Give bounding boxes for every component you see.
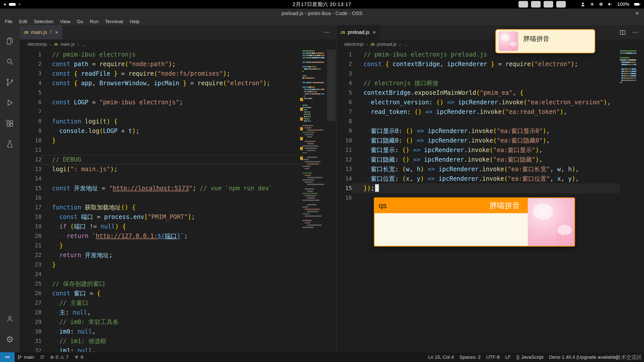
problems-item[interactable]: ⊘ 0 ⚠ 7 — [47, 352, 71, 362]
code-line[interactable]: 8 — [336, 117, 620, 126]
code-line[interactable]: 7··read_token: () => ipcRenderer.invoke(… — [336, 107, 620, 117]
tray-window-button[interactable] — [544, 1, 553, 8]
menu-run[interactable]: Run — [87, 19, 102, 24]
code-line[interactable]: 6··electron_version: () => ipcRenderer.i… — [336, 98, 620, 107]
menu-selection[interactable]: Selection — [30, 19, 57, 24]
code-line[interactable]: 2const { contextBridge, ipcRenderer } = … — [336, 59, 620, 69]
menu-go[interactable]: Go — [73, 19, 86, 24]
sync-changes-item[interactable] — [37, 352, 47, 362]
code-line[interactable]: 30··im0: null, — [20, 327, 302, 336]
code-line[interactable]: 5contextBridge.exposeInMainWorld("pmim_e… — [336, 88, 620, 98]
code-line[interactable]: 14··窗口位置: (x, y) => ipcRenderer.invoke("… — [336, 174, 620, 184]
minimap[interactable] — [620, 50, 636, 86]
code-line[interactable]: 22··return 开发地址; — [20, 250, 302, 260]
split-editor-icon[interactable] — [619, 29, 626, 36]
code-lines[interactable]: 1// pmim-ibus electronjs2const path = re… — [20, 50, 302, 352]
code-line[interactable]: 28··主: null, — [20, 308, 302, 317]
breadcrumb-folder[interactable]: electronjs — [28, 42, 47, 47]
code-line[interactable]: 31··// im1: 候选框 — [20, 336, 302, 346]
tray-window-button[interactable] — [518, 1, 528, 8]
code-line[interactable]: 9··console.log(LOGP + t); — [20, 126, 302, 136]
volume-icon[interactable] — [608, 2, 613, 7]
code-line[interactable]: 3 — [336, 69, 620, 78]
code-line[interactable]: 17function 获取加载地址() { — [20, 203, 302, 212]
eol-item[interactable]: LF — [502, 354, 513, 360]
code-line[interactable]: 11 — [20, 145, 302, 155]
window-close-button[interactable]: × — [635, 9, 639, 18]
clock[interactable]: 2月17日星期六 20:13:17 — [293, 1, 351, 8]
tab-close-icon[interactable]: × — [55, 29, 58, 36]
editor-group-preload-js[interactable]: JS preload.js × ⋯ electronjs › JS — [336, 25, 644, 352]
code-line[interactable]: 10··窗口隐藏0: () => ipcRenderer.invoke("ea:… — [336, 136, 620, 145]
git-branch-item[interactable]: main — [15, 352, 37, 362]
ports-item[interactable]: 0 — [71, 352, 86, 362]
settings-gear-icon[interactable]: ⚙ — [0, 329, 20, 350]
breadcrumb-folder[interactable]: electronjs — [344, 42, 364, 47]
user-icon[interactable] — [580, 2, 585, 7]
tray-windows[interactable] — [518, 1, 566, 8]
tab-close-icon[interactable]: × — [373, 29, 376, 36]
menu-help[interactable]: Help — [126, 19, 143, 24]
scrollbar-slider[interactable] — [327, 50, 336, 121]
system-tray[interactable]: ☀ ❄ 100% — [518, 1, 640, 8]
cursor-position-item[interactable]: Ln 15, Col 4 — [425, 354, 457, 360]
accounts-icon[interactable] — [0, 308, 20, 329]
code-line[interactable]: 27··// 主窗口 — [20, 298, 302, 308]
deno-version-item[interactable]: Deno 1.40.4 (Upgrade available) — [546, 354, 621, 360]
code-line[interactable]: 23} — [20, 260, 302, 269]
code-line[interactable]: 5 — [20, 88, 302, 98]
source-control-icon[interactable] — [0, 72, 20, 93]
code-line[interactable]: 18··const 端口 = process.env["PMIM_PORT"]; — [20, 212, 302, 222]
code-line[interactable]: 10} — [20, 136, 302, 145]
menu-file[interactable]: File — [2, 19, 16, 24]
code-line[interactable]: 4const { app, BrowserWindow, ipcMain } =… — [20, 78, 302, 88]
tray-window-button[interactable] — [531, 1, 541, 8]
code-line[interactable]: 14 — [20, 174, 302, 184]
tab-preload-js[interactable]: JS preload.js × — [336, 25, 380, 39]
code-line[interactable]: 19··if (端口 != null) { — [20, 222, 302, 231]
code-line[interactable]: 13logi(": main.js"); — [20, 164, 302, 174]
explorer-icon[interactable] — [0, 31, 20, 51]
code-line[interactable]: 21··} — [20, 241, 302, 250]
language-mode-item[interactable]: {} JavaScript — [514, 354, 546, 360]
run-debug-icon[interactable] — [0, 93, 20, 113]
menu-edit[interactable]: Edit — [16, 19, 31, 24]
breadcrumb-symbol[interactable]: … — [403, 42, 408, 47]
code-line[interactable]: 24 — [20, 269, 302, 279]
code-line[interactable]: 12// DEBUG — [20, 155, 302, 164]
minimap[interactable] — [302, 50, 325, 229]
code-line[interactable]: 11··窗口显示: () => ipcRenderer.invoke("ea:窗… — [336, 145, 620, 155]
encoding-item[interactable]: UTF-8 — [484, 354, 503, 360]
code-line[interactable]: 26const 窗口 = { — [20, 289, 302, 298]
breadcrumb-symbol[interactable]: … — [81, 42, 86, 47]
code-line[interactable]: 25// 保存创建的窗口 — [20, 279, 302, 289]
code-line[interactable]: 9··窗口显示0: () => ipcRenderer.invoke("ea:窗… — [336, 126, 620, 136]
code-line[interactable]: 15}); — [336, 184, 620, 193]
code-line[interactable]: 6const LOGP = "pmim-ibus electronjs"; — [20, 98, 302, 107]
window-titlebar[interactable]: preload.js - pmim-ibus - Code - OSS × — [0, 9, 644, 18]
code-line[interactable]: 2const path = require("node:path"); — [20, 59, 302, 69]
tab-main-js[interactable]: JS main.js 7 × — [20, 25, 63, 39]
search-icon[interactable] — [0, 51, 20, 72]
breadcrumb-file[interactable]: main.js — [60, 42, 75, 47]
indentation-item[interactable]: Spaces: 2 — [457, 354, 484, 360]
breadcrumb-file[interactable]: preload.js — [377, 42, 397, 47]
code-line[interactable]: 13··窗口长宽: (w, h) => ipcRenderer.invoke("… — [336, 164, 620, 174]
code-line[interactable]: 29··// im0: 常驻工具条 — [20, 317, 302, 327]
brightness-icon[interactable]: ☀ — [590, 1, 594, 7]
code-editor[interactable]: 1// pmim-ibus electronjs2const path = re… — [20, 49, 336, 352]
code-line[interactable]: 3const { readFile } = require("node:fs/p… — [20, 69, 302, 78]
workspace-indicator[interactable] — [4, 3, 20, 6]
more-actions-icon[interactable]: ⋯ — [324, 28, 331, 36]
menu-terminal[interactable]: Terminal — [102, 19, 127, 24]
testing-icon[interactable] — [0, 134, 20, 154]
code-line[interactable]: 1// pmim-ibus electronjs — [20, 50, 302, 59]
remote-indicator[interactable]: >< — [0, 352, 15, 362]
tray-window-button[interactable] — [556, 1, 566, 8]
code-line[interactable]: 12··窗口隐藏: () => ipcRenderer.invoke("ea:窗… — [336, 155, 620, 164]
menu-view[interactable]: View — [57, 19, 74, 24]
editor-group-main-js[interactable]: JS main.js 7 × ⋯ electronjs › JS main.js… — [20, 25, 336, 352]
code-line[interactable]: 8function logi(t) { — [20, 117, 302, 126]
code-line[interactable]: 15const 开发地址 = "http://localhost:5173"; … — [20, 184, 302, 193]
code-line[interactable]: 16 — [20, 193, 302, 203]
